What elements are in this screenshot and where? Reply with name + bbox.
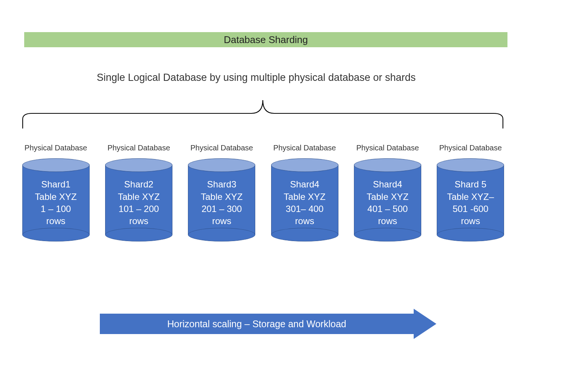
shard-text: Shard 5 Table XYZ– 501 -600 rows bbox=[438, 173, 503, 232]
shard-text: Shard2 Table XYZ 101 – 200 rows bbox=[107, 173, 171, 232]
horizontal-scaling-arrow: Horizontal scaling – Storage and Workloa… bbox=[100, 314, 436, 334]
shard-column: Physical Database Shard4 Table XYZ 301– … bbox=[267, 144, 342, 241]
physical-database-label: Physical Database bbox=[107, 144, 170, 152]
shard-column: Physical Database Shard3 Table XYZ 201 –… bbox=[184, 144, 259, 241]
database-cylinder-icon: Shard3 Table XYZ 201 – 300 rows bbox=[188, 158, 255, 241]
physical-database-label: Physical Database bbox=[273, 144, 336, 152]
shard-name: Shard1 bbox=[41, 178, 70, 190]
shard-table: Table XYZ bbox=[367, 191, 409, 203]
shard-text: Shard3 Table XYZ 201 – 300 rows bbox=[189, 173, 254, 232]
physical-database-label: Physical Database bbox=[356, 144, 419, 152]
shard-table: Table XYZ bbox=[201, 191, 243, 203]
shard-text: Shard1 Table XYZ 1 – 100 rows bbox=[24, 173, 88, 232]
shard-text: Shard4 Table XYZ 301– 400 rows bbox=[273, 173, 337, 232]
curly-brace bbox=[21, 96, 505, 130]
shard-table: Table XYZ bbox=[35, 191, 77, 203]
shard-name: Shard4 bbox=[290, 178, 319, 190]
shard-name: Shard2 bbox=[124, 178, 153, 190]
arrow-shaft: Horizontal scaling – Storage and Workloa… bbox=[100, 314, 414, 334]
shard-rows: rows bbox=[461, 215, 480, 227]
shard-rows: rows bbox=[46, 215, 65, 227]
shard-range: 401 – 500 bbox=[368, 203, 408, 215]
shard-rows: rows bbox=[129, 215, 149, 227]
shard-rows: rows bbox=[295, 215, 314, 227]
database-cylinder-icon: Shard4 Table XYZ 401 – 500 rows bbox=[354, 158, 421, 241]
shard-range: 501 -600 bbox=[453, 203, 489, 215]
shard-name: Shard 5 bbox=[455, 178, 486, 190]
shard-rows: rows bbox=[378, 215, 397, 227]
diagram-subtitle: Single Logical Database by using multipl… bbox=[0, 72, 512, 84]
shard-table: Table XYZ– bbox=[447, 191, 494, 203]
shard-text: Shard4 Table XYZ 401 – 500 rows bbox=[355, 173, 420, 232]
database-cylinder-icon: Shard4 Table XYZ 301– 400 rows bbox=[271, 158, 338, 241]
shard-name: Shard4 bbox=[373, 178, 402, 190]
shard-name: Shard3 bbox=[207, 178, 236, 190]
shard-table: Table XYZ bbox=[118, 191, 160, 203]
shard-range: 101 – 200 bbox=[119, 203, 159, 215]
shard-range: 301– 400 bbox=[286, 203, 324, 215]
shard-range: 201 – 300 bbox=[202, 203, 242, 215]
database-cylinder-icon: Shard1 Table XYZ 1 – 100 rows bbox=[22, 158, 90, 241]
shard-column: Physical Database Shard2 Table XYZ 101 –… bbox=[101, 144, 176, 241]
shard-table: Table XYZ bbox=[284, 191, 326, 203]
arrow-head-icon bbox=[414, 309, 436, 339]
diagram-title-bar: Database Sharding bbox=[24, 32, 507, 47]
database-cylinder-icon: Shard2 Table XYZ 101 – 200 rows bbox=[105, 158, 172, 241]
shard-column: Physical Database Shard 5 Table XYZ– 501… bbox=[433, 144, 508, 241]
diagram-title: Database Sharding bbox=[224, 34, 308, 46]
shard-range: 1 – 100 bbox=[41, 203, 71, 215]
shard-column: Physical Database Shard1 Table XYZ 1 – 1… bbox=[18, 144, 93, 241]
shard-rows: rows bbox=[212, 215, 231, 227]
database-cylinder-icon: Shard 5 Table XYZ– 501 -600 rows bbox=[437, 158, 504, 241]
arrow-label: Horizontal scaling – Storage and Workloa… bbox=[167, 319, 346, 330]
physical-database-label: Physical Database bbox=[190, 144, 253, 152]
physical-database-label: Physical Database bbox=[25, 144, 87, 152]
shards-row: Physical Database Shard1 Table XYZ 1 – 1… bbox=[18, 144, 508, 241]
physical-database-label: Physical Database bbox=[439, 144, 502, 152]
shard-column: Physical Database Shard4 Table XYZ 401 –… bbox=[350, 144, 425, 241]
